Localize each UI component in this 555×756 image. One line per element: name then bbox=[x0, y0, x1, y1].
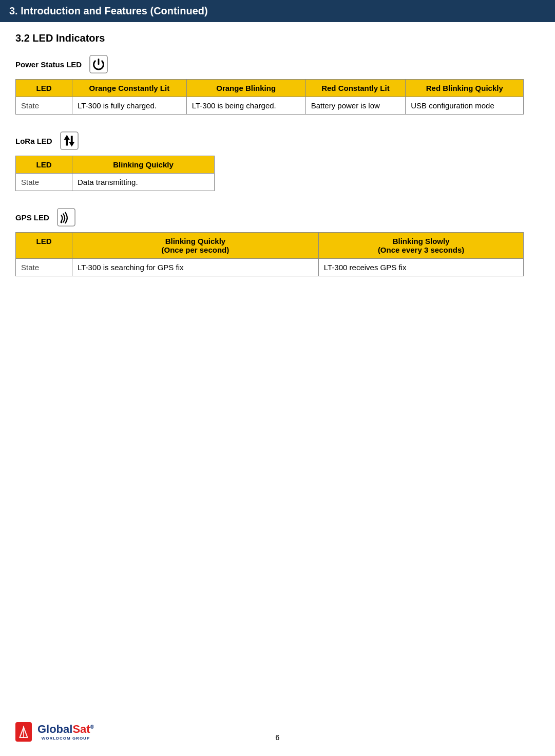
page-header: 3. Introduction and Features (Continued) bbox=[0, 0, 555, 22]
gps-table-row-label: State bbox=[16, 259, 72, 276]
gps-led-section: GPS LED LED Blinking Q bbox=[15, 206, 540, 276]
power-table-header-led: LED bbox=[16, 80, 72, 97]
gps-table-header-led: LED bbox=[16, 233, 72, 259]
gps-table-header-col2: Blinking Slowly (Once every 3 seconds) bbox=[318, 233, 524, 259]
gps-icon bbox=[55, 206, 77, 228]
section-title: 3.2 LED Indicators bbox=[15, 32, 540, 44]
svg-rect-1 bbox=[61, 132, 78, 149]
lora-table-header-col1: Blinking Quickly bbox=[72, 156, 215, 174]
power-status-led-section: Power Status LED LED Orange Constantly L… bbox=[15, 53, 540, 115]
svg-rect-4 bbox=[58, 209, 75, 226]
lora-table-header-led: LED bbox=[16, 156, 72, 174]
power-table-header-col4: Red Blinking Quickly bbox=[406, 80, 524, 97]
lora-table-row-label: State bbox=[16, 174, 72, 191]
power-table-state-col4: USB configuration mode bbox=[406, 97, 524, 115]
lora-table: LED Blinking Quickly State Data transmit… bbox=[15, 156, 215, 191]
gps-table-state-col2: LT-300 receives GPS fix bbox=[318, 259, 524, 276]
power-icon bbox=[88, 53, 109, 75]
lora-led-label: LoRa LED bbox=[15, 137, 52, 145]
logo-icon bbox=[15, 722, 32, 742]
power-table-state-col2: LT-300 is being charged. bbox=[186, 97, 305, 115]
logo-full: GlobalSat® WORLDCOM GROUP bbox=[15, 717, 97, 746]
lora-icon bbox=[59, 130, 80, 152]
lora-led-section: LoRa LED LED Blinking Quickly bbox=[15, 130, 540, 191]
gps-table: LED Blinking Quickly (Once per second) B… bbox=[15, 232, 524, 276]
lora-led-label-row: LoRa LED bbox=[15, 130, 540, 152]
power-table-state-col1: LT-300 is fully charged. bbox=[72, 97, 187, 115]
footer-logo: GlobalSat® WORLDCOM GROUP bbox=[15, 717, 97, 746]
header-title: 3. Introduction and Features (Continued) bbox=[9, 5, 208, 16]
power-status-table: LED Orange Constantly Lit Orange Blinkin… bbox=[15, 79, 524, 115]
gps-led-label-row: GPS LED bbox=[15, 206, 540, 228]
power-led-label: Power Status LED bbox=[15, 60, 82, 69]
gps-table-state-col1: LT-300 is searching for GPS fix bbox=[72, 259, 319, 276]
lora-table-row: State Data transmitting. bbox=[16, 174, 215, 191]
power-led-label-row: Power Status LED bbox=[15, 53, 540, 75]
power-table-header-col1: Orange Constantly Lit bbox=[72, 80, 187, 97]
logo-text-box: GlobalSat® WORLDCOM GROUP bbox=[35, 717, 97, 746]
logo-sub: WORLDCOM GROUP bbox=[42, 736, 90, 741]
svg-marker-2 bbox=[64, 135, 69, 146]
page-number: 6 bbox=[276, 733, 280, 742]
power-table-row-label: State bbox=[16, 97, 72, 115]
lora-table-state-col1: Data transmitting. bbox=[72, 174, 215, 191]
gps-table-row: State LT-300 is searching for GPS fix LT… bbox=[16, 259, 524, 276]
gps-table-header-col1: Blinking Quickly (Once per second) bbox=[72, 233, 319, 259]
power-table-header-col3: Red Constantly Lit bbox=[305, 80, 406, 97]
svg-point-5 bbox=[60, 221, 62, 223]
logo-brand: GlobalSat® bbox=[37, 723, 94, 736]
power-table-state-col3: Battery power is low bbox=[305, 97, 406, 115]
svg-marker-3 bbox=[69, 136, 74, 147]
gps-led-label: GPS LED bbox=[15, 213, 49, 222]
power-table-header-col2: Orange Blinking bbox=[186, 80, 305, 97]
power-table-row: State LT-300 is fully charged. LT-300 is… bbox=[16, 97, 524, 115]
